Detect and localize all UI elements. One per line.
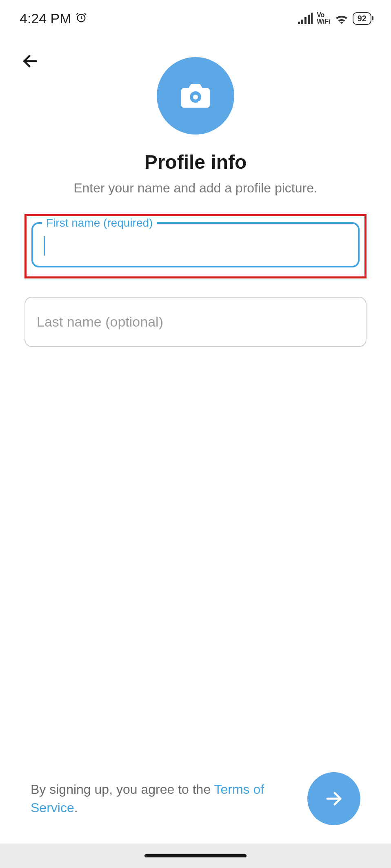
home-indicator[interactable]: [144, 854, 247, 857]
page-subtitle: Enter your name and add a profile pictur…: [73, 181, 318, 196]
form-section: First name (required) Last name (optiona…: [0, 214, 391, 347]
text-cursor: [44, 236, 45, 256]
camera-add-icon: [180, 82, 211, 110]
vowifi-indicator: Vo WiFi: [317, 12, 331, 25]
next-button[interactable]: [307, 772, 360, 825]
status-time-group: 4:24 PM: [20, 11, 87, 27]
add-photo-button[interactable]: [157, 57, 234, 135]
battery-level: 92: [358, 14, 367, 23]
system-nav-bar: [0, 844, 391, 868]
back-button[interactable]: [18, 49, 42, 73]
svg-rect-5: [311, 13, 313, 24]
alarm-icon: [76, 11, 87, 27]
arrow-right-icon: [324, 789, 344, 808]
page-title: Profile info: [144, 151, 247, 173]
svg-rect-4: [308, 15, 310, 24]
footer-text: By signing up, you agree to the Terms of…: [31, 780, 307, 817]
svg-rect-1: [298, 22, 300, 24]
last-name-placeholder: Last name (optional): [37, 314, 163, 329]
svg-rect-3: [304, 17, 307, 24]
svg-point-8: [193, 95, 198, 99]
first-name-label: First name (required): [42, 216, 157, 230]
status-right-group: Vo WiFi 92: [298, 12, 371, 25]
vowifi-top: Vo: [317, 12, 331, 18]
avatar-section: Profile info Enter your name and add a p…: [0, 57, 391, 196]
signal-icon: [298, 13, 313, 24]
vowifi-bottom: WiFi: [317, 18, 331, 25]
status-bar: 4:24 PM Vo WiFi: [0, 0, 391, 33]
arrow-left-icon: [21, 52, 39, 70]
footer-period: .: [74, 800, 78, 815]
status-time: 4:24 PM: [20, 11, 71, 27]
footer: By signing up, you agree to the Terms of…: [0, 772, 391, 825]
wifi-icon: [335, 13, 349, 24]
battery-indicator: 92: [353, 12, 371, 25]
last-name-field[interactable]: Last name (optional): [24, 297, 367, 347]
footer-agree-prefix: By signing up, you agree to the: [31, 782, 214, 797]
first-name-highlight: First name (required): [24, 214, 367, 278]
svg-rect-2: [301, 20, 303, 24]
first-name-field[interactable]: First name (required): [31, 222, 360, 267]
